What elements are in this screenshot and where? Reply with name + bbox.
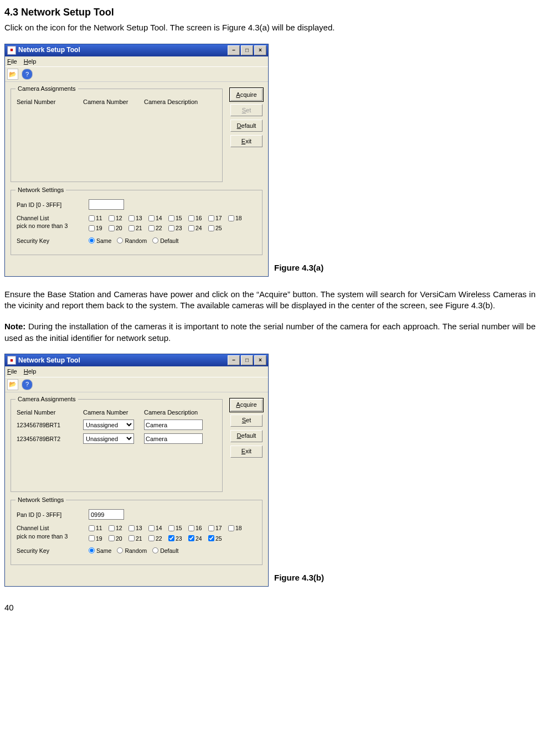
channel-13-checkbox[interactable] (128, 215, 135, 221)
radio-same-input[interactable] (89, 547, 95, 553)
pan-id-label: Pan ID [0 - 3FFF] (17, 201, 89, 209)
radio-random-input[interactable] (117, 547, 123, 553)
channel-22: 22 (148, 535, 166, 542)
figure-a-row: ■ Network Setup Tool – □ × File Help 📂 ?… (4, 44, 536, 277)
pan-id-input[interactable] (89, 509, 124, 520)
channel-14-label: 14 (156, 214, 162, 222)
channel-23-checkbox[interactable] (168, 225, 174, 231)
channel-list: 11 12 13 14 15 16 17 18 (89, 524, 255, 542)
app-icon: ■ (7, 356, 16, 365)
camera-assignments-legend: Camera Assignments (16, 395, 78, 403)
channel-17-checkbox[interactable] (208, 525, 214, 531)
channel-13: 13 (128, 524, 146, 532)
channel-list: 11 12 13 14 15 16 17 18 (89, 214, 255, 232)
channel-16-checkbox[interactable] (188, 525, 194, 531)
channel-24-checkbox[interactable] (188, 225, 194, 231)
assign-list: 123456789BRT1 Unassigned 123456789BRT2 U… (17, 420, 217, 486)
acquire-button[interactable]: Acquire (230, 399, 263, 411)
toolbar-open-icon[interactable]: 📂 (7, 69, 18, 80)
camera-number-select[interactable]: Unassigned (83, 420, 134, 430)
channel-17-label: 17 (215, 214, 222, 222)
channel-14-checkbox[interactable] (148, 215, 155, 221)
radio-random-input[interactable] (117, 237, 123, 244)
exit-button[interactable]: Exit (230, 446, 263, 458)
camera-number-select[interactable]: Unassigned (83, 433, 134, 444)
channel-22-checkbox[interactable] (148, 225, 155, 231)
menu-help[interactable]: Help (24, 367, 37, 376)
channel-16-checkbox[interactable] (188, 215, 194, 221)
set-button[interactable]: Set (230, 415, 263, 427)
minimize-button[interactable]: – (228, 45, 240, 55)
security-key-label: Security Key (17, 237, 89, 245)
channel-22: 22 (148, 224, 166, 232)
figure-b-row: ■ Network Setup Tool – □ × File Help 📂 ?… (4, 354, 536, 587)
exit-button[interactable]: Exit (230, 135, 263, 147)
channel-19-checkbox[interactable] (89, 535, 95, 541)
default-button[interactable]: Default (230, 430, 263, 442)
channel-11-checkbox[interactable] (89, 215, 95, 221)
channel-15-checkbox[interactable] (168, 525, 174, 531)
channel-15: 15 (168, 524, 186, 532)
channel-17-checkbox[interactable] (208, 215, 214, 221)
pan-id-input[interactable] (89, 199, 124, 210)
channel-18-checkbox[interactable] (228, 525, 234, 531)
channel-14-checkbox[interactable] (148, 525, 155, 531)
radio-random[interactable]: Random (117, 237, 147, 245)
radio-default-input[interactable] (152, 547, 158, 553)
channel-15-checkbox[interactable] (168, 215, 174, 221)
channel-20-label: 20 (116, 224, 122, 232)
radio-same[interactable]: Same (89, 237, 111, 245)
pan-id-label: Pan ID [0 - 3FFF] (17, 511, 89, 519)
channel-25-checkbox[interactable] (208, 535, 214, 541)
col-camnum: Camera Number (83, 98, 144, 106)
minimize-button[interactable]: – (228, 355, 240, 365)
channel-25-checkbox[interactable] (208, 225, 214, 231)
security-key-radios: Same Random Default (89, 547, 178, 555)
close-button[interactable]: × (254, 45, 266, 55)
camera-description-input[interactable] (144, 420, 203, 430)
channel-12-checkbox[interactable] (109, 525, 115, 531)
toolbar-open-icon[interactable]: 📂 (7, 379, 18, 390)
channel-20-checkbox[interactable] (109, 225, 115, 231)
channel-24-checkbox[interactable] (188, 535, 194, 541)
radio-default[interactable]: Default (152, 237, 178, 245)
channel-23-label: 23 (176, 535, 182, 542)
radio-random[interactable]: Random (117, 547, 147, 555)
channel-19-checkbox[interactable] (89, 225, 95, 231)
default-button[interactable]: Default (230, 120, 263, 132)
network-settings-group: Network Settings Pan ID [0 - 3FFF] Chann… (11, 500, 263, 565)
acquire-button[interactable]: Acquire (230, 89, 263, 101)
channel-13-checkbox[interactable] (128, 525, 135, 531)
channel-21-checkbox[interactable] (128, 225, 135, 231)
channel-23-checkbox[interactable] (168, 535, 174, 541)
menubar: File Help (5, 366, 268, 377)
menu-file[interactable]: File (7, 58, 17, 66)
radio-same-input[interactable] (89, 237, 95, 244)
radio-default[interactable]: Default (152, 547, 178, 555)
channel-14-label: 14 (156, 524, 162, 532)
channel-12: 12 (109, 524, 126, 532)
radio-same[interactable]: Same (89, 547, 111, 555)
channel-21-checkbox[interactable] (128, 535, 135, 541)
radio-default-input[interactable] (152, 237, 158, 244)
channel-12-checkbox[interactable] (109, 215, 115, 221)
channel-22-checkbox[interactable] (148, 535, 155, 541)
close-button[interactable]: × (254, 355, 266, 365)
channel-20-label: 20 (116, 535, 122, 542)
camera-description-input[interactable] (144, 433, 203, 444)
channel-13-label: 13 (136, 214, 142, 222)
menu-help[interactable]: Help (24, 58, 37, 66)
maximize-button[interactable]: □ (241, 355, 253, 365)
channel-15-label: 15 (176, 214, 182, 222)
paragraph-2: Ensure the Base Station and Cameras have… (4, 289, 536, 312)
toolbar-help-icon[interactable]: ? (22, 69, 33, 80)
channel-20-checkbox[interactable] (109, 535, 115, 541)
col-desc: Camera Description (144, 408, 217, 417)
menu-file[interactable]: File (7, 367, 17, 376)
channel-11-checkbox[interactable] (89, 525, 95, 531)
maximize-button[interactable]: □ (241, 45, 253, 55)
channel-18-checkbox[interactable] (228, 215, 234, 221)
toolbar-help-icon[interactable]: ? (22, 379, 33, 390)
channel-25: 25 (208, 224, 226, 232)
app-window-a: ■ Network Setup Tool – □ × File Help 📂 ?… (4, 44, 269, 277)
